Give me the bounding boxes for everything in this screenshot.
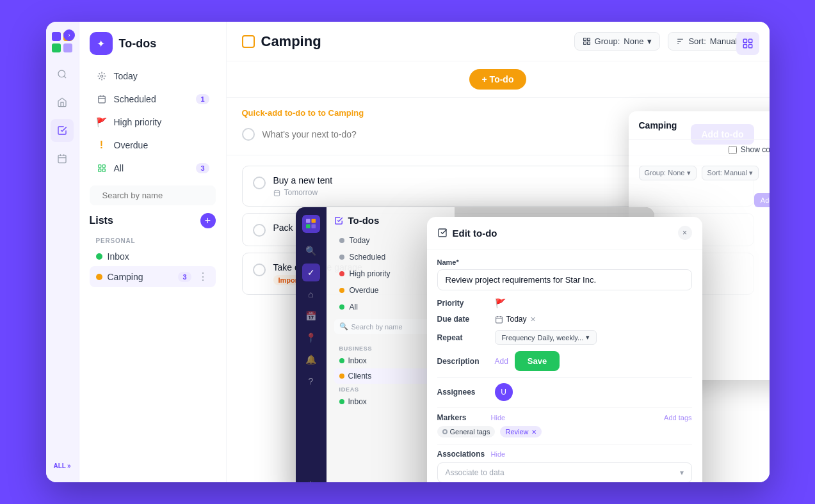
home-nav-button[interactable] (51, 91, 74, 114)
main-sidebar: ✦ To-dos Today Scheduled 1 🚩 High priori… (79, 22, 227, 482)
show-completed-checkbox[interactable] (729, 146, 737, 154)
marker-review: Review ✕ (500, 426, 541, 437)
due-date-value: Today (506, 315, 527, 324)
svg-rect-2 (743, 45, 746, 48)
tw-group-control[interactable]: Group: None ▾ (639, 166, 697, 180)
description-add-button[interactable]: Add (495, 357, 508, 366)
due-date-clear-button[interactable]: ✕ (530, 315, 536, 324)
svg-rect-4 (52, 32, 61, 41)
sidebar-item-today[interactable]: Today (90, 65, 216, 87)
nav-bottom-section: ALL » (52, 460, 72, 472)
markers-label: Markers (437, 413, 488, 422)
calendar-nav-button[interactable] (51, 147, 74, 170)
nav-chevron-icon[interactable]: › (63, 29, 75, 41)
associations-label: Associations (437, 450, 488, 459)
sw-ideas-inbox-label: Inbox (348, 397, 367, 406)
all-label[interactable]: ALL » (52, 460, 72, 472)
add-tags-link[interactable]: Add tags (664, 414, 691, 421)
markers-header: Markers Hide Add tags (437, 413, 692, 422)
modal-priority-row: Priority 🚩 (437, 298, 692, 308)
sw-search-icon[interactable]: 🔍 (302, 242, 320, 260)
search-box[interactable] (90, 185, 216, 205)
due-date-value-row: Today ✕ (495, 315, 536, 324)
sw-help-icon[interactable]: ? (302, 372, 320, 390)
sw-clients-dot (339, 374, 344, 379)
sw-cal-icon[interactable]: 📅 (302, 307, 320, 325)
priority-flag-icon[interactable]: 🚩 (495, 298, 506, 308)
tw-sort-control[interactable]: Sort: Manual ▾ (702, 166, 759, 180)
show-completed-label: Show completed (741, 145, 770, 154)
camping-more-button[interactable]: ⋮ (197, 271, 209, 283)
group-chevron-icon: ▾ (647, 36, 652, 46)
sw-sidebar: 🔍 ✓ ⌂ 📅 📍 🔔 ? ⚙ (296, 207, 327, 482)
add-list-button[interactable]: + (200, 213, 216, 228)
tw-controls: Group: None ▾ Sort: Manual ▾ (629, 159, 770, 187)
save-button[interactable]: Save (515, 351, 560, 371)
repeat-placeholder: Frequency (502, 334, 535, 342)
list-item-camping[interactable]: Camping 3 ⋮ (90, 266, 216, 287)
repeat-select: Frequency Daily, weekly... ▾ (495, 330, 597, 345)
modal-divider-2 (437, 407, 692, 408)
app-logo: › (52, 32, 72, 52)
calendar-icon-1 (273, 189, 280, 196)
scheduled-icon (96, 93, 108, 105)
add-todo-button[interactable]: + To-do (469, 69, 527, 90)
lists-header: Lists + (90, 213, 216, 228)
todo-check-circle-3[interactable] (253, 264, 266, 276)
associations-header: Associations Hide (437, 450, 692, 459)
markers-hide-button[interactable]: Hide (491, 414, 506, 421)
sidebar-item-overdue[interactable]: ! Overdue (90, 134, 216, 156)
svg-rect-1 (748, 39, 752, 42)
assignees-label: Assignees (437, 388, 488, 397)
tw-title: Camping (639, 120, 770, 130)
search-button[interactable] (51, 63, 74, 86)
page-title: Camping (242, 33, 321, 50)
group-label: Group: (595, 36, 620, 46)
svg-rect-29 (587, 42, 590, 45)
group-value: None (624, 36, 643, 46)
sw-bell-icon[interactable]: 🔔 (302, 350, 320, 368)
sw-clients-label: Clients (348, 372, 372, 381)
quick-add-input[interactable] (262, 124, 684, 145)
repeat-value: Daily, weekly... (537, 334, 583, 342)
associate-placeholder-label: Associate to data (446, 468, 504, 477)
modal-name-field: Name* (437, 258, 692, 290)
today-label: Today (114, 71, 138, 81)
svg-rect-0 (743, 39, 746, 42)
overdue-label: Overdue (114, 140, 149, 150)
sidebar-item-all[interactable]: All 3 (90, 157, 216, 179)
associations-hide-button[interactable]: Hide (491, 450, 506, 458)
sw-check-icon[interactable]: ✓ (302, 264, 320, 281)
all-label-sidebar: All (114, 163, 124, 173)
sidebar-item-high-priority[interactable]: 🚩 High priority (90, 111, 216, 133)
scheduled-label: Scheduled (114, 94, 156, 104)
general-tag-dot (442, 429, 448, 434)
sidebar-item-scheduled[interactable]: Scheduled 1 (90, 88, 216, 110)
review-tag-label: Review (505, 428, 528, 436)
todos-nav-button[interactable] (51, 119, 74, 142)
modal-name-input[interactable] (437, 269, 692, 290)
repeat-dropdown[interactable]: Frequency Daily, weekly... ▾ (495, 330, 597, 345)
list-item-inbox[interactable]: Inbox (90, 247, 216, 266)
today-icon (96, 70, 108, 82)
svg-rect-9 (58, 155, 66, 163)
tw-header: Camping (629, 111, 770, 140)
associate-dropdown[interactable]: Associate to data ▾ (437, 462, 692, 482)
todo-check-circle-1[interactable] (253, 177, 266, 189)
review-tag-remove[interactable]: ✕ (531, 429, 537, 436)
todo-check-circle-2[interactable] (253, 224, 266, 237)
sw-settings-icon[interactable]: ⚙ (302, 476, 320, 482)
sw-logo-svg (306, 219, 316, 229)
modal-description-row: Description Add Save (437, 351, 692, 371)
sw-home-icon[interactable]: ⌂ (302, 285, 320, 303)
search-input[interactable] (102, 191, 210, 200)
modal-markers-row: Markers Hide Add tags General tags Revie… (437, 413, 692, 437)
top-right-settings-button[interactable] (736, 32, 759, 55)
modal-close-button[interactable]: × (678, 226, 692, 240)
camping-badge: 3 (178, 272, 191, 282)
tw-add-button[interactable]: Add to-do (754, 193, 770, 207)
svg-point-8 (58, 70, 65, 77)
group-button[interactable]: Group: None ▾ (574, 32, 661, 51)
sw-pin-icon[interactable]: 📍 (302, 329, 320, 347)
sidebar-title: To-dos (119, 37, 157, 51)
